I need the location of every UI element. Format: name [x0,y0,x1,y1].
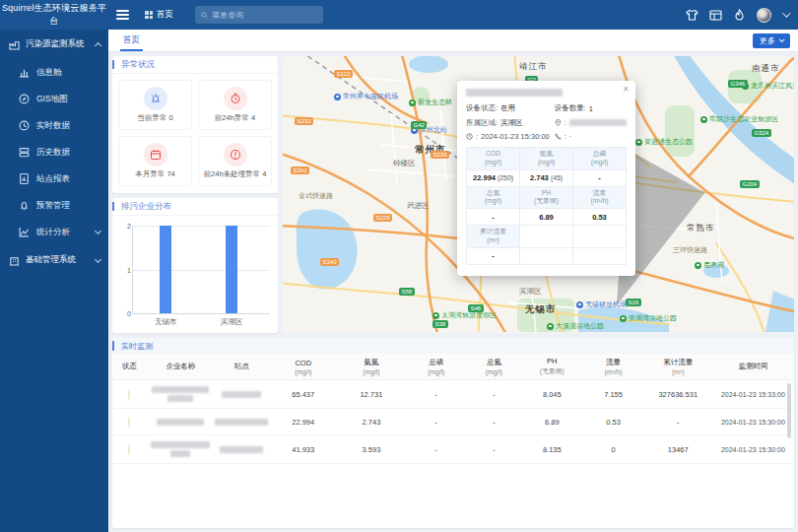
sidebar-item-label: 信息舱 [36,67,62,79]
y-tick-label: 2 [121,223,131,230]
chevron-down-icon [95,228,101,234]
shirt-theme-icon[interactable] [686,9,698,22]
table-header-row: 状态 企业名称 站点 COD(mg/l) 氨氮(mg/l) 总磷(mg/l) 总… [112,354,794,380]
chart-title: 排污企业分布 [121,201,171,213]
chevron-up-icon [95,41,101,48]
status-dot-green [128,417,130,428]
metric-value: 0.53 [573,209,627,226]
breadcrumb-home-label: 首页 [157,9,173,21]
realtime-monitor-card: 实时监测 状态 企业名称 站点 COD(mg/l) 氨氮(mg/l) 总磷(mg… [112,338,794,528]
report-time: :2024-01-23 15:30:00 [466,132,555,141]
gis-map-icon [19,94,30,104]
metric-value: - [573,169,627,186]
y-tick-label: 0 [121,310,131,317]
map-label-poi-blue: 常州奔牛国际机场 [334,92,398,101]
site-report-icon [19,173,30,184]
enterprise-distribution-card: 排污企业分布 2 1 0 无锡市滨湖区 [112,198,278,333]
x-tick-label: 无锡市 [155,317,177,327]
location-pin-icon [555,119,562,126]
sidebar-item-gis-map[interactable]: GIS地图 [0,86,108,112]
chart-header: 排污企业分布 [112,198,278,216]
enterprise-name-redacted [157,419,204,426]
address-redacted [569,119,627,126]
road-shield: S19 [626,299,641,306]
table-row[interactable]: 41.933 3.593 - - 8.135 0 13467 2024-01-2… [112,435,794,464]
road-shield: G42 [411,121,427,129]
metric-header: COD(mg/l) [467,148,520,170]
close-icon[interactable]: × [623,85,629,95]
breadcrumb[interactable]: 首页 [145,9,173,21]
chevron-down-icon[interactable] [782,9,790,17]
tab-bar: 首页 更多 [108,30,798,52]
device-status: 设备状态:在用 [466,103,555,113]
enterprise-name-redacted [167,395,193,402]
sidebar-root-basic-management[interactable]: 基础管理系统 [0,245,108,275]
stat-month-abnormal[interactable]: 本月异常 74 [118,136,192,186]
map-label-poi-green: 常阴沙生态农业旅游区 [700,114,778,124]
sidebar-item-label: 预警管理 [36,200,70,212]
road-shield: S38 [432,320,448,328]
map-label-road: 三环快速路 [673,245,707,255]
sidebar-item-label: 站点报表 [36,173,70,185]
table-row[interactable]: 22.994 2.743 - - 6.89 0.53 - 2024-01-23 … [112,409,794,435]
site-name-redacted [222,391,261,398]
menu-search[interactable] [195,6,323,24]
more-button[interactable]: 更多 [753,33,790,48]
search-input[interactable] [212,11,317,20]
road-shield: S48 [468,304,484,312]
sidebar-item-label: 实时数据 [36,120,70,132]
sidebar-item-history-data[interactable]: 历史数据 [0,139,108,166]
bar-chart-plot: 2 1 0 无锡市滨湖区 [132,226,270,314]
sidebar-item-realtime-data[interactable]: 实时数据 [0,112,108,139]
sidebar-item-site-report[interactable]: 站点报表 [0,166,108,192]
map-label-poi-green: 新龙生态林 [409,98,452,107]
phone: :· [555,132,627,141]
sidebar-item-alert-management[interactable]: 预警管理 [0,192,108,219]
flame-icon[interactable] [733,9,746,22]
history-data-icon [19,147,30,158]
stat-24h-unhandled-abnormal[interactable]: 前24h未处理异常 4 [198,136,272,186]
stat-current-abnormal[interactable]: 当前异常 0 [118,80,192,130]
road-shield: S58 [399,288,415,296]
tab-home[interactable]: 首页 [120,30,143,51]
status-dot-green [128,389,130,400]
table-row[interactable]: 65.437 12.731 - - 8.045 7.155 327636.531… [112,380,794,409]
metric-header: 总氮(mg/l) [467,186,520,209]
search-icon [201,12,208,19]
abnormal-status-card: 异常状况 当前异常 0 前24h异常 4 [112,56,278,193]
road-shield: S342 [291,166,309,174]
enterprise-name-redacted [152,386,209,393]
sidebar-item-statistics[interactable]: 统计分析 [0,219,108,245]
metric-value: 22.994 (250) [467,169,520,186]
building-icon [9,255,20,266]
clock-icon [224,87,247,110]
user-avatar[interactable] [757,8,771,23]
sidebar-item-info-cabin[interactable]: 信息舱 [0,59,108,86]
alert-bell-icon [19,200,30,211]
chevron-down-icon [95,255,101,262]
gis-map-canvas[interactable]: 靖江市南通市常州市钟楼区武进区无锡市滨湖区常熟市金武快速路三环快速路常州奔牛国际… [283,56,794,333]
road-shield: S229 [373,214,392,222]
metric-value: 6.89 [520,209,573,226]
map-label-poi-green: 黄泗浦生态公园 [635,137,693,147]
menu-toggle-icon[interactable] [116,10,129,20]
sidebar-root-pollution-monitor[interactable]: 污染源监测系统 [0,30,108,59]
stat-24h-abnormal[interactable]: 前24h异常 4 [198,80,272,130]
app-root: Squirrel生态环境云服务平台 首页 污染源监测系统 信息舱 [0,0,798,532]
map-label-district: 钟楼区 [393,159,416,168]
road-shield: S239 [431,151,449,159]
abnormal-status-header: 异常状况 [112,56,278,74]
layout-grid-icon[interactable] [709,9,722,22]
map-label-city: 常熟市 [687,223,715,234]
road-shield: G524 [752,129,771,137]
station-name-redacted [466,89,563,97]
enterprise-name-redacted [151,441,210,448]
sidebar-item-label: 历史数据 [36,147,70,159]
road-shield: S122 [334,70,353,78]
monitor-header: 实时监测 [112,338,794,354]
table-scrollbar[interactable] [787,383,791,438]
map-label-poi-green: 贡湖湾湿地公园 [620,313,677,323]
x-tick-label: 滨湖区 [221,317,243,327]
address: : [555,118,627,127]
sidebar-root-label: 污染源监测系统 [26,38,90,50]
